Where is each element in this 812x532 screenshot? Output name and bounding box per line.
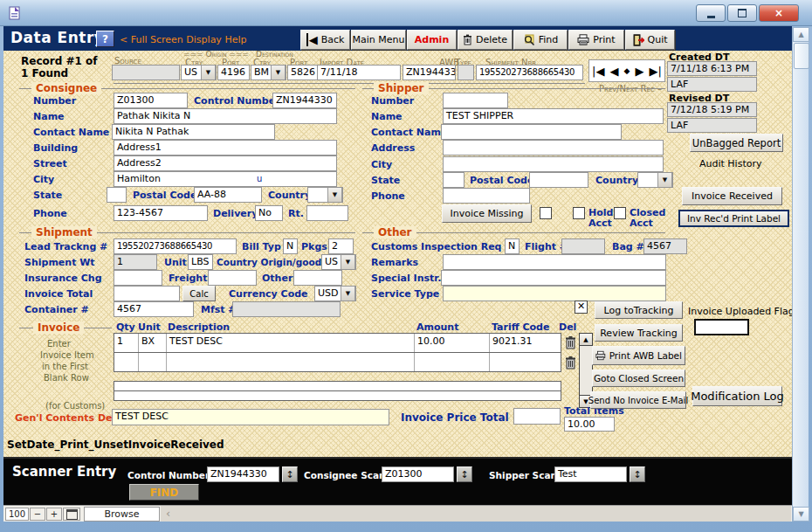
scroll-down-icon[interactable]: ▼ bbox=[793, 507, 809, 522]
delete-button[interactable]: Delete bbox=[458, 30, 513, 50]
dest-country-select[interactable]: BM▼ bbox=[251, 65, 286, 80]
scanner-consignee-field[interactable]: Z01300 bbox=[382, 466, 454, 482]
consignee-city-field[interactable]: Hamilton bbox=[114, 171, 337, 187]
unit-cell[interactable]: BX bbox=[139, 334, 167, 352]
flight-field[interactable] bbox=[561, 238, 605, 254]
container-field[interactable]: 4567 bbox=[114, 301, 194, 317]
window-titlebar[interactable] bbox=[0, 0, 812, 26]
scanner-control-field[interactable]: ZN1944330 bbox=[207, 466, 279, 482]
find-button[interactable]: Find bbox=[513, 30, 568, 50]
scanner-shipper-field[interactable]: Test bbox=[554, 466, 627, 482]
tariff-cell[interactable] bbox=[490, 353, 562, 371]
consignee-phone-field[interactable]: 123-4567 bbox=[114, 205, 208, 221]
help-link[interactable]: < Full Screen Display Help bbox=[120, 34, 246, 45]
invoice-uploaded-flag-field[interactable] bbox=[694, 319, 749, 335]
consignee-country-select[interactable]: ▼ bbox=[307, 187, 343, 203]
delete-row-icon[interactable] bbox=[565, 356, 576, 370]
customs-inspection-field[interactable]: N bbox=[505, 238, 520, 254]
tariff-cell[interactable]: 9021.31 bbox=[490, 334, 562, 352]
nav-prev-icon[interactable]: ◀ bbox=[609, 65, 618, 78]
chevron-down-icon[interactable]: ▼ bbox=[201, 65, 216, 80]
minimize-button[interactable] bbox=[696, 4, 726, 22]
other-charge-field[interactable] bbox=[293, 270, 342, 286]
nav-next-icon[interactable]: ▶ bbox=[635, 65, 643, 78]
shipper-address-field[interactable] bbox=[443, 140, 664, 155]
insurance-field[interactable] bbox=[114, 270, 162, 286]
dest-port-field[interactable]: 5826 bbox=[287, 65, 320, 80]
shipper-number-field[interactable] bbox=[443, 93, 508, 108]
lead-tracking-field[interactable]: 195520273688665430 bbox=[114, 238, 237, 254]
invoice-received-button[interactable]: Invoice Received bbox=[682, 187, 782, 205]
zoom-out-button[interactable]: − bbox=[30, 508, 45, 521]
remarks-field[interactable] bbox=[443, 254, 666, 270]
consignee-state-field[interactable] bbox=[107, 187, 127, 203]
shipment-nbr-field[interactable]: 195520273688665430 bbox=[476, 65, 583, 80]
zoom-level-field[interactable]: 100 bbox=[5, 508, 29, 521]
shipper-state-field[interactable] bbox=[443, 172, 464, 188]
awb-field[interactable]: ZN1944330 bbox=[403, 65, 456, 80]
chevron-down-icon[interactable]: ▼ bbox=[657, 172, 672, 188]
audit-history-link[interactable]: Audit History bbox=[699, 158, 761, 169]
unit-field[interactable]: LBS bbox=[188, 254, 213, 270]
main-menu-button[interactable]: Main Menu bbox=[351, 30, 406, 50]
service-type-field[interactable] bbox=[443, 286, 666, 301]
modification-log-button[interactable]: Modification Log bbox=[692, 386, 782, 406]
spinner-icon[interactable]: ↕ bbox=[457, 466, 472, 482]
invoice-missing-checkbox[interactable] bbox=[540, 207, 552, 219]
currency-select[interactable]: USD▼ bbox=[314, 286, 356, 301]
invoice-row-empty[interactable] bbox=[114, 352, 561, 372]
import-date-field[interactable]: 7/11/18 bbox=[317, 65, 401, 80]
unit-cell[interactable] bbox=[139, 353, 167, 371]
mfst-field[interactable] bbox=[232, 301, 341, 317]
restore-button[interactable] bbox=[727, 4, 757, 22]
type-field[interactable] bbox=[458, 65, 474, 80]
inv-recd-print-label-button[interactable]: Inv Rec'd Print Label bbox=[678, 210, 789, 227]
shipper-phone-field[interactable] bbox=[443, 188, 530, 204]
closed-acct-checkbox[interactable] bbox=[614, 207, 626, 219]
tracking-log-checkbox[interactable]: ✕ bbox=[575, 301, 588, 314]
log-to-tracking-button[interactable]: Log toTracking bbox=[595, 301, 683, 319]
nav-current-icon[interactable]: ◆ bbox=[624, 66, 630, 75]
nav-first-icon[interactable]: |◀ bbox=[592, 65, 604, 78]
consignee-number-field[interactable]: Z01300 bbox=[114, 93, 188, 108]
consignee-building-field[interactable]: Address1 bbox=[114, 140, 337, 155]
source-field[interactable] bbox=[112, 65, 180, 80]
consignee-postal-field[interactable]: AA-88 bbox=[194, 187, 262, 203]
origin-country-select[interactable]: US▼ bbox=[181, 65, 217, 80]
shipment-wt-field[interactable]: 1 bbox=[114, 254, 157, 270]
amount-cell[interactable]: 10.00 bbox=[415, 334, 490, 352]
admin-button[interactable]: Admin bbox=[407, 30, 457, 50]
shipper-contact-field[interactable] bbox=[441, 124, 622, 140]
description-cell[interactable] bbox=[167, 353, 415, 371]
status-toolbar-toggle-button[interactable] bbox=[63, 508, 80, 521]
shipper-city-field[interactable] bbox=[443, 156, 664, 172]
shipper-name-field[interactable]: TEST SHIPPER bbox=[443, 108, 664, 124]
back-button[interactable]: ◀ Back bbox=[300, 30, 350, 50]
freight-field[interactable] bbox=[208, 270, 257, 286]
pkgs-field[interactable]: 2 bbox=[328, 238, 354, 254]
horizontal-scrollbar[interactable]: ‹ bbox=[161, 506, 791, 522]
find-scan-button[interactable]: FIND bbox=[129, 484, 199, 501]
spinner-icon[interactable]: ↕ bbox=[282, 466, 298, 482]
description-cell[interactable]: TEST DESC bbox=[167, 334, 415, 352]
chevron-down-icon[interactable]: ▼ bbox=[341, 286, 355, 301]
special-instr-field[interactable] bbox=[441, 270, 666, 286]
bill-typ-field[interactable]: N bbox=[283, 238, 298, 254]
review-tracking-button[interactable]: Review Tracking bbox=[595, 324, 683, 342]
country-origin-select[interactable]: US▼ bbox=[321, 254, 356, 270]
invoice-missing-button[interactable]: Invoice Missing bbox=[442, 204, 532, 223]
zoom-in-button[interactable]: + bbox=[46, 508, 62, 521]
delivery-field[interactable]: No bbox=[255, 205, 283, 221]
control-number-field[interactable]: ZN1944330 bbox=[272, 93, 337, 108]
qty-cell[interactable] bbox=[114, 353, 139, 371]
close-button[interactable]: × bbox=[759, 4, 799, 22]
mode-popup[interactable]: Browse bbox=[84, 507, 160, 522]
rt-field[interactable] bbox=[306, 205, 348, 221]
qty-cell[interactable]: 1 bbox=[114, 334, 139, 352]
goto-closed-screen-button[interactable]: Goto Closed Screen bbox=[592, 370, 685, 387]
unbagged-report-button[interactable]: UnBagged Report bbox=[690, 134, 783, 152]
scrollbar-thumb[interactable] bbox=[794, 43, 809, 69]
chevron-left-icon[interactable]: ‹ bbox=[166, 507, 170, 520]
help-button[interactable]: ? bbox=[96, 31, 114, 47]
invoice-total-field[interactable] bbox=[114, 286, 180, 301]
